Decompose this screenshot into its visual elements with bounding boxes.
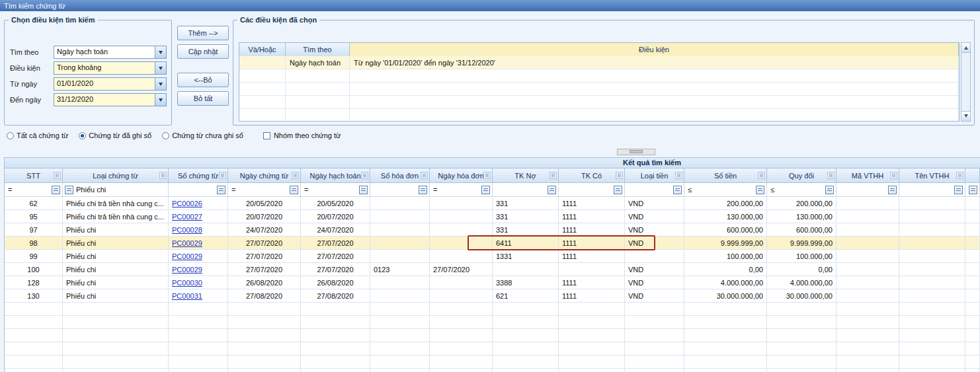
header-pin-icon[interactable] (292, 172, 299, 179)
splitter-thumb[interactable] (630, 150, 643, 153)
result-row[interactable]: 130Phiếu chiPC0003127/08/202027/08/20206… (5, 289, 980, 303)
column-header[interactable]: Số tiền (684, 168, 767, 183)
column-header[interactable]: STT (5, 168, 63, 183)
header-pin-icon[interactable] (675, 172, 682, 179)
condition-combo[interactable]: Trong khoảng (54, 61, 167, 75)
filter-cell[interactable] (559, 183, 625, 196)
filter-icon[interactable] (756, 186, 764, 194)
column-header[interactable]: Ngày hóa đơn (430, 168, 493, 183)
scroll-up-icon[interactable] (961, 43, 970, 53)
dropdown-arrow-icon[interactable] (155, 94, 166, 106)
column-header[interactable]: Loại tiền (625, 168, 684, 183)
from-date-picker[interactable]: 01/01/2020 (54, 77, 167, 91)
horizontal-splitter[interactable] (617, 149, 655, 155)
update-condition-button[interactable]: Cập nhật (177, 44, 229, 59)
search-by-combo[interactable]: Ngày hạch toán (54, 46, 167, 59)
filter-cell[interactable] (899, 183, 965, 196)
add-condition-button[interactable]: Thêm --> (177, 26, 229, 40)
header-pin-icon[interactable] (956, 172, 963, 179)
header-pin-icon[interactable] (219, 172, 226, 179)
dropdown-arrow-icon[interactable] (155, 62, 166, 74)
filter-icon[interactable] (673, 186, 682, 194)
filter-icon[interactable] (888, 186, 897, 194)
filter-icon[interactable] (419, 186, 427, 194)
header-pin-icon[interactable] (758, 172, 765, 179)
filter-cell[interactable] (965, 183, 980, 196)
column-header[interactable]: Quy đổi (767, 168, 837, 183)
filter-cell[interactable] (625, 183, 684, 196)
filter-icon[interactable] (954, 186, 963, 194)
column-header[interactable]: Số hóa đơn (370, 168, 430, 183)
header-pin-icon[interactable] (54, 172, 61, 179)
header-pin-icon[interactable] (159, 172, 167, 179)
result-row[interactable]: 128Phiếu chiPC0003026/08/202026/08/20203… (5, 276, 980, 289)
filter-cell[interactable]: = (5, 183, 63, 196)
dropdown-arrow-icon[interactable] (155, 78, 166, 90)
header-pin-icon[interactable] (361, 172, 368, 179)
filter-icon[interactable] (52, 186, 60, 194)
remove-condition-button[interactable]: <--Bỏ (177, 73, 229, 87)
result-row[interactable]: 62Phiếu chi trả tiền nhà cung c...PC0002… (5, 197, 980, 210)
document-number-link[interactable]: PC00026 (172, 200, 202, 207)
filter-icon[interactable] (359, 186, 368, 194)
column-header[interactable]: Mã VTHH (837, 168, 899, 183)
filter-cell[interactable] (370, 183, 430, 196)
document-number-link[interactable]: PC00029 (172, 252, 202, 260)
filter-cell[interactable]: ≤ (684, 183, 767, 196)
result-row[interactable]: 97Phiếu chiPC0002824/07/202024/07/202033… (5, 223, 980, 237)
filter-icon[interactable] (290, 186, 298, 194)
column-header[interactable]: TK Có (559, 168, 625, 183)
header-pin-icon[interactable] (550, 172, 557, 179)
to-date-picker[interactable]: 31/12/2020 (54, 93, 167, 106)
cond-column-header[interactable]: Tìm theo (286, 43, 350, 56)
result-row[interactable]: 98Phiếu chiPC0002927/07/202027/07/202064… (5, 237, 980, 250)
document-number-link[interactable]: PC00031 (172, 292, 202, 300)
result-row[interactable]: 100Phiếu chiPC0002927/07/202027/07/20200… (5, 263, 980, 276)
filter-cell[interactable]: = (228, 183, 301, 196)
filter-cell[interactable] (169, 183, 228, 196)
filter-icon[interactable] (548, 186, 556, 194)
radio-unposted-documents[interactable]: Chứng từ chưa ghi sổ (162, 131, 243, 139)
filter-icon[interactable] (969, 186, 977, 194)
filter-icon[interactable] (825, 186, 834, 194)
header-pin-icon[interactable] (616, 172, 623, 179)
filter-cell[interactable]: ≤ (767, 183, 837, 196)
document-number-link[interactable]: PC00029 (172, 239, 202, 247)
radio-posted-documents[interactable]: Chứng từ đã ghi sổ (79, 131, 151, 139)
filter-cell[interactable] (493, 183, 559, 196)
document-number-link[interactable]: PC00027 (172, 213, 202, 221)
document-number-link[interactable]: PC00030 (172, 279, 202, 287)
column-header[interactable]: Ngày hạch toán (301, 168, 370, 183)
header-pin-icon[interactable] (421, 172, 428, 179)
column-header[interactable]: Số chứng từ (169, 168, 228, 183)
header-pin-icon[interactable] (827, 172, 835, 179)
filter-icon[interactable] (65, 186, 73, 194)
header-pin-icon[interactable] (483, 172, 491, 179)
condition-row[interactable]: Ngày hạch toánTừ ngày '01/01/2020' đến n… (239, 56, 959, 69)
filter-icon[interactable] (614, 186, 622, 194)
filter-cell[interactable]: = (430, 183, 493, 196)
filter-cell[interactable]: = (301, 183, 370, 196)
header-pin-icon[interactable] (890, 172, 897, 179)
radio-all-documents[interactable]: Tất cả chứng từ (7, 131, 68, 139)
column-header[interactable]: TK Nợ (493, 168, 559, 183)
document-number-link[interactable]: PC00028 (172, 226, 202, 234)
dropdown-arrow-icon[interactable] (155, 46, 166, 58)
titlebar[interactable]: Tìm kiếm chứng từ (0, 0, 980, 11)
column-header[interactable]: Tên VTHH (899, 168, 965, 183)
group-by-document-checkbox[interactable]: Nhóm theo chứng từ (263, 131, 341, 139)
result-row[interactable]: 99Phiếu chiPC0002927/07/202027/07/202013… (5, 250, 980, 263)
conditions-scrollbar[interactable] (961, 42, 971, 122)
filter-cell[interactable]: Phiếu chi (63, 183, 169, 196)
column-header[interactable]: Loại chứng từ (63, 168, 169, 183)
cond-column-header[interactable]: Và/Hoặc (239, 43, 286, 56)
filter-cell[interactable] (837, 183, 899, 196)
remove-all-button[interactable]: Bỏ tất (177, 91, 229, 106)
result-row[interactable]: 95Phiếu chi trả tiền nhà cung c...PC0002… (5, 210, 980, 223)
filter-icon[interactable] (481, 186, 490, 194)
scroll-down-icon[interactable] (961, 111, 970, 121)
column-header[interactable]: Ngày chứng từ (228, 168, 301, 183)
cond-column-header[interactable]: Điều kiện (350, 43, 959, 56)
document-number-link[interactable]: PC00029 (172, 266, 202, 274)
filter-icon[interactable] (217, 186, 225, 194)
